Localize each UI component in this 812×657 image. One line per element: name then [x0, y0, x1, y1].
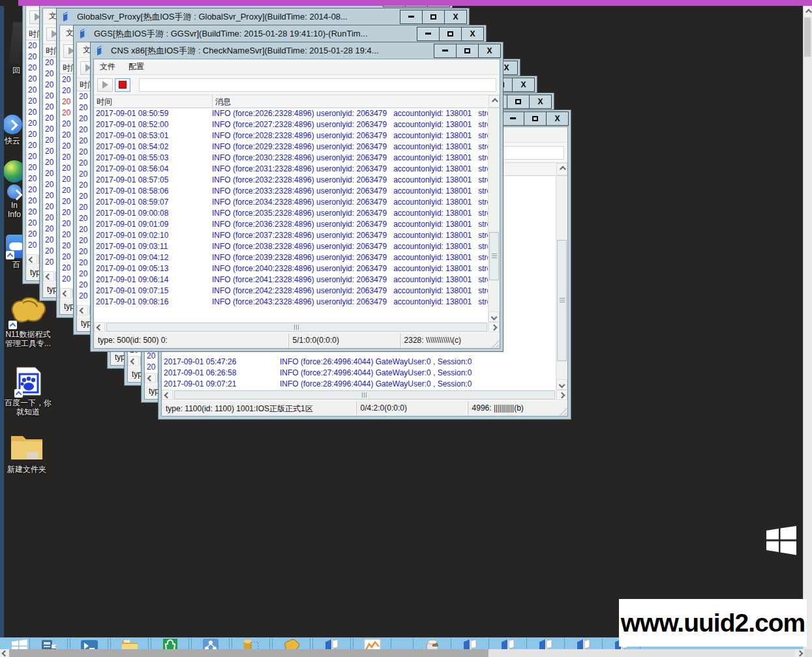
maximize-button[interactable]	[456, 44, 478, 57]
log-row[interactable]: 2017-09-01 08:50:59INFO (force:2026:2328…	[96, 108, 488, 119]
log-message: INFO (force:2034:2328:4896) useronlyid: …	[212, 197, 488, 208]
desktop-icon-label: 新建文件夹	[0, 465, 55, 474]
log-row[interactable]: 2017-09-01 09:00:08INFO (force:2035:2328…	[96, 208, 488, 219]
menu-config[interactable]: 配置	[128, 61, 144, 72]
vertical-scrollbar[interactable]	[556, 176, 567, 390]
scrollbar-thumb[interactable]	[804, 18, 811, 57]
minimize-button[interactable]	[502, 112, 524, 125]
close-button[interactable]: X	[512, 78, 534, 91]
scroll-left-icon[interactable]	[26, 254, 37, 265]
minimize-button[interactable]	[400, 10, 422, 23]
log-row[interactable]: 2017-09-01 08:53:01INFO (force:2028:2328…	[96, 130, 488, 141]
log-row[interactable]: 2017-09-01 08:56:04INFO (force:2031:2328…	[96, 164, 488, 175]
log-row[interactable]: 2017-09-01 08:54:02INFO (force:2029:2328…	[96, 141, 488, 153]
log-time: 2017-09-01 08:57:05	[96, 175, 212, 186]
log-message: INFO (force:2036:2328:4896) useronlyid: …	[212, 219, 488, 230]
baidu-paw-icon	[14, 366, 42, 396]
folder-icon	[10, 432, 44, 461]
scroll-right-icon[interactable]	[556, 390, 567, 400]
maximize-button[interactable]	[507, 95, 529, 108]
scroll-left-icon[interactable]	[162, 390, 173, 400]
start-button-play-icon[interactable]	[97, 78, 113, 92]
log-row[interactable]: 2017-09-01 08:55:03INFO (force:2030:2328…	[96, 153, 488, 164]
scrollbar-thumb[interactable]	[9, 649, 489, 657]
column-message[interactable]: 消息	[213, 95, 489, 108]
log-message: INFO (force:2035:2328:4896) useronlyid: …	[212, 208, 488, 219]
scrollbar-thumb[interactable]	[106, 323, 487, 332]
scroll-down-icon[interactable]	[556, 379, 567, 390]
log-row[interactable]: 2017-09-01 09:07:21INFO (force:28:4996:4…	[164, 379, 556, 390]
close-button[interactable]: X	[478, 44, 500, 57]
scrollbar-thumb[interactable]	[557, 240, 567, 361]
minimize-button[interactable]	[434, 44, 456, 57]
log-row[interactable]: 2017-09-01 09:01:09INFO (force:2036:2328…	[96, 219, 488, 230]
viewer-horizontal-scrollbar[interactable]	[0, 649, 812, 657]
log-row[interactable]: 2017-09-01 09:07:15INFO (force:2042:2328…	[96, 285, 488, 297]
scroll-down-icon[interactable]	[489, 312, 500, 322]
log-time: 2017-09-01 09:03:11	[96, 241, 212, 252]
log-row[interactable]: 2017-09-01 09:02:10INFO (force:2037:2328…	[96, 230, 488, 241]
desktop-icon-folder[interactable]: 新建文件夹	[0, 432, 55, 474]
scroll-left-icon[interactable]	[145, 373, 156, 383]
toolbar-field[interactable]	[139, 78, 496, 92]
viewer-vertical-scrollbar[interactable]	[803, 6, 812, 649]
maximize-button[interactable]	[524, 112, 546, 125]
log-row[interactable]: 2017-09-01 08:52:00INFO (force:2027:2328…	[96, 119, 488, 130]
desktop-icon-n11[interactable]: N11数据程式 管理工具专...	[0, 297, 56, 348]
log-row[interactable]: 2017-09-01 09:05:13INFO (force:2040:2328…	[96, 263, 488, 274]
scroll-up-icon[interactable]	[489, 95, 500, 108]
scroll-right-icon[interactable]	[489, 322, 500, 332]
titlebar[interactable]: GlobalSvr_Proxy[热血IOS手游 : GlobalSvr_Prox…	[57, 8, 469, 25]
horizontal-scrollbar[interactable]	[162, 390, 567, 400]
scroll-left-icon[interactable]	[128, 356, 139, 366]
minimize-button[interactable]	[417, 27, 439, 40]
scroll-left-icon[interactable]	[77, 305, 88, 315]
maximize-button[interactable]	[422, 10, 444, 23]
log-message: INFO (force:2043:2328:4896) useronlyid: …	[212, 297, 488, 308]
log-row[interactable]: 2017-09-01 08:59:07INFO (force:2034:2328…	[96, 197, 488, 208]
close-button[interactable]: X	[461, 27, 483, 40]
scroll-up-icon[interactable]	[556, 163, 567, 175]
scroll-left-icon[interactable]	[60, 288, 71, 299]
window-title: CNS x86[热血IOS手游 : CheckNameSvr](BuildTim…	[111, 45, 430, 57]
close-button[interactable]: X	[546, 112, 568, 125]
scroll-left-icon[interactable]	[0, 649, 9, 657]
log-message: INFO (force:2033:2328:4896) useronlyid: …	[212, 186, 488, 197]
log-row[interactable]: 2017-09-01 08:58:06INFO (force:2033:2328…	[96, 186, 488, 197]
vertical-scrollbar[interactable]	[488, 108, 500, 322]
log-row[interactable]: 2017-09-01 06:26:58INFO (force:27:4996:4…	[164, 368, 556, 379]
scrollbar-thumb[interactable]	[174, 390, 555, 400]
scrollbar-track[interactable]	[489, 649, 795, 657]
maximize-button[interactable]	[439, 27, 461, 40]
log-row[interactable]: 2017-09-01 09:08:16INFO (force:2043:2328…	[96, 297, 488, 308]
log-time: 2017-09-01 05:47:26	[164, 357, 280, 368]
log-row[interactable]: 2017-09-01 05:47:26INFO (force:26:4996:4…	[164, 357, 556, 368]
desktop-icon-baidu[interactable]: 百度一下，你 就知道	[0, 366, 56, 416]
log-row[interactable]: 2017-09-01 09:03:11INFO (force:2038:2328…	[96, 241, 488, 252]
scroll-left-icon[interactable]	[43, 271, 54, 282]
log-message: INFO (force:2029:2328:4896) useronlyid: …	[212, 141, 488, 153]
log-message: INFO (force:2039:2328:4896) useronlyid: …	[212, 252, 488, 263]
shortcut-badge-icon	[6, 251, 14, 259]
close-button[interactable]: X	[444, 10, 466, 23]
desktop-left-edge	[0, 6, 4, 641]
log-time: 2017-09-01 09:05:13	[96, 263, 212, 274]
status-type: type: 500(id: 500) 0:	[94, 333, 289, 348]
menu-file[interactable]: 文件	[100, 61, 115, 72]
log-time: 2017-09-01 08:56:04	[96, 164, 212, 175]
titlebar[interactable]: GGS[热血IOS手游 : GGSvr](BuildTime: 2015-01-…	[74, 25, 486, 42]
titlebar[interactable]: CNS x86[热血IOS手游 : CheckNameSvr](BuildTim…	[91, 42, 503, 59]
log-row[interactable]: 2017-09-01 09:04:12INFO (force:2039:2328…	[96, 252, 488, 263]
scroll-up-icon[interactable]	[804, 7, 811, 16]
stop-button-icon[interactable]	[115, 78, 130, 92]
scroll-right-icon[interactable]	[795, 649, 804, 657]
column-time[interactable]: 时间	[94, 95, 213, 108]
scrollbar-thumb[interactable]	[489, 232, 499, 280]
close-button[interactable]: X	[529, 95, 551, 108]
scroll-left-icon[interactable]	[94, 322, 105, 332]
grid-header: 时间消息	[94, 95, 500, 108]
log-row[interactable]: 2017-09-01 08:57:05INFO (force:2032:2328…	[96, 175, 488, 186]
log-row[interactable]: 2017-09-01 09:06:14INFO (force:2041:2328…	[96, 274, 488, 285]
log-time: 2017-09-01 08:52:00	[96, 119, 212, 130]
horizontal-scrollbar[interactable]	[94, 322, 500, 332]
